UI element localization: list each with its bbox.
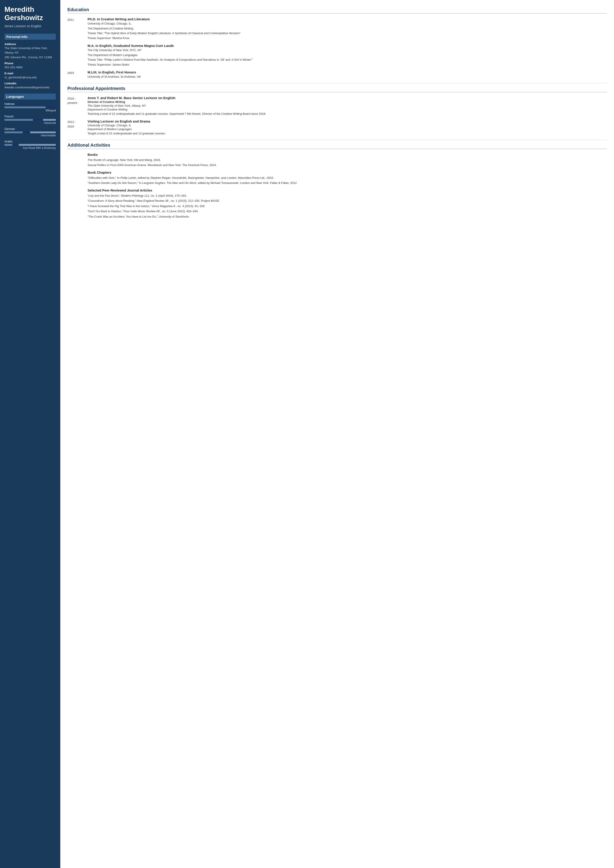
entry-line: Thesis Supervisor: James Nutini: [87, 62, 607, 67]
languages-header: Languages: [5, 93, 56, 99]
entry-title: M.Litt. in English, First Honors: [87, 70, 607, 74]
entry-title: Visiting Lecturer on English and Drama: [87, 119, 607, 123]
language-item: GermanIntermediate: [5, 127, 56, 137]
entry-year: 2012 - 2016: [67, 119, 87, 136]
entry-year: 2003: [67, 70, 87, 79]
language-item: ArabicCan Read With a Dictionary: [5, 140, 56, 150]
education-entry: 2003M.Litt. in English, First HonorsUniv…: [67, 70, 607, 79]
entry-year: 2016 - present: [67, 96, 87, 116]
book-chapters-title: Book Chapters: [87, 170, 607, 174]
language-level: Bilingual: [5, 109, 56, 112]
address-line-1: The State University of New York,: [5, 46, 56, 50]
language-bar: [5, 107, 56, 108]
linkedin-value: linkedin.com/in/meredithgershowitz: [5, 85, 56, 90]
entry-line: Teaching a total of 12 undergraduate and…: [87, 112, 607, 116]
entry-line: University of St Andrews, St Andrews, UK: [87, 74, 607, 79]
entry-line: Taught a total of 22 undergraduate and 1…: [87, 131, 607, 136]
entry-line: Thesis Title: “Philip Larkin’s Distinct …: [87, 57, 607, 62]
education-entries: 2011Ph.D. in Creative Writing and Litera…: [67, 17, 607, 79]
entry-line: Thesis Title: “The Hybrid Hero of Early …: [87, 31, 607, 36]
person-title: Senior Lecturer on English: [5, 24, 56, 29]
phone-label: Phone: [5, 62, 56, 65]
entry-line: University of Chicago, Chicago, IL: [87, 22, 607, 26]
appointments-entries: 2016 - presentAnne T. and Robert M. Bass…: [67, 96, 607, 136]
language-bar-fill: [23, 132, 30, 133]
appointment-entry: 2016 - presentAnne T. and Robert M. Bass…: [67, 96, 607, 116]
entry-title: Ph.D. in Creative Writing and Literature: [87, 17, 607, 21]
email-value: m_gershowitz@suny.edu: [5, 76, 56, 79]
activities-section-title: Additional Activities: [67, 143, 607, 149]
entry-subtitle: Director of Creative Writing: [87, 100, 607, 104]
language-bar-fill: [33, 119, 43, 121]
language-item: HebrewBilingual: [5, 102, 56, 112]
language-bar-fill: [12, 144, 19, 146]
entry-line: Thesis Supervisor: Martina Knox: [87, 36, 607, 40]
appointment-entry: 2012 - 2016Visiting Lecturer on English …: [67, 119, 607, 136]
education-entry: 2011Ph.D. in Creative Writing and Litera…: [67, 17, 607, 40]
entry-title: Anne T. and Robert M. Bass Senior Lectur…: [87, 96, 607, 100]
peer-reviewed-list: “Livy and the Pax Deum,” Modern Philolog…: [87, 194, 607, 219]
language-bar: [5, 119, 56, 121]
peer-reviewed-item: “Conundrum: A Story about Reading,” New …: [87, 198, 607, 203]
entry-line: The Department of Creative Writing: [87, 26, 607, 31]
language-item: FrenchAdvanced: [5, 115, 56, 124]
education-entry: M.A. in English, Graduated Summa Magna C…: [67, 44, 607, 67]
appointments-section-title: Professional Appointments: [67, 86, 607, 92]
entry-line: The Department of Modern Languages: [87, 53, 607, 57]
entry-title: M.A. in English, Graduated Summa Magna C…: [87, 44, 607, 48]
email-label: E-mail: [5, 72, 56, 75]
activities-content: Books The Rustle of Language. New York: …: [87, 153, 607, 219]
sidebar: Meredith Gershowitz Senior Lecturer on E…: [0, 0, 60, 868]
language-level: Intermediate: [5, 134, 56, 137]
chapter-item: "Southern Gentle Lady Do Not Swoon." In …: [87, 181, 607, 185]
peer-reviewed-title: Selected Peer-Reviewed Journal Articles: [87, 188, 607, 192]
person-name: Meredith Gershowitz: [5, 5, 56, 22]
chapter-item: "Difficulties with Girls." In Philip Lar…: [87, 176, 607, 180]
language-level: Can Read With a Dictionary: [5, 146, 56, 150]
peer-reviewed-item: “Don’t Go Back to Dalston,” Poor Indie M…: [87, 209, 607, 214]
language-name: Hebrew: [5, 102, 56, 105]
language-bar-fill: [45, 107, 56, 108]
entry-line: The City University of New York, NYC, NY: [87, 48, 607, 53]
language-level: Advanced: [5, 121, 56, 124]
main-content: Education 2011Ph.D. in Creative Writing …: [60, 0, 614, 868]
entry-line: The State University of New York, Albany…: [87, 104, 607, 107]
entry-content: Anne T. and Robert M. Bass Senior Lectur…: [87, 96, 607, 116]
address-label: Address: [5, 42, 56, 46]
phone-value: 551-251-4884: [5, 65, 56, 70]
entry-line: University of Chicago, Chicago, IL: [87, 124, 607, 127]
language-bar: [5, 144, 56, 146]
books-title: Books: [87, 153, 607, 157]
book-chapters-list: "Difficulties with Girls." In Philip Lar…: [87, 176, 607, 185]
languages-list: HebrewBilingualFrenchAdvancedGermanInter…: [5, 102, 56, 150]
linkedin-label: LinkedIn: [5, 82, 56, 85]
book-item: Sexual Politics in Post-2000 American Dr…: [87, 163, 607, 167]
entry-line: Department of Modern Languages: [87, 127, 607, 131]
education-section-title: Education: [67, 7, 607, 14]
language-name: German: [5, 127, 56, 130]
language-name: French: [5, 115, 56, 118]
address-line-2: Albany, NY: [5, 51, 56, 55]
entry-content: Ph.D. in Creative Writing and Literature…: [87, 17, 607, 40]
entry-content: Visiting Lecturer on English and DramaUn…: [87, 119, 607, 136]
language-bar: [5, 132, 56, 133]
peer-reviewed-item: “The Crash Was an Accident. You Have to …: [87, 214, 607, 219]
language-name: Arabic: [5, 140, 56, 143]
address-line-3: 295 Johnson Rd., Corona, NY 11368: [5, 55, 56, 59]
personal-info-header: Personal Info: [5, 34, 56, 40]
entry-year: [67, 44, 87, 67]
entry-line: Department of Creative Writing: [87, 108, 607, 111]
entry-content: M.A. in English, Graduated Summa Magna C…: [87, 44, 607, 67]
peer-reviewed-item: “I Have Screwed the Pig That Was in the …: [87, 204, 607, 208]
entry-year: 2011: [67, 17, 87, 40]
peer-reviewed-item: “Livy and the Pax Deum,” Modern Philolog…: [87, 194, 607, 198]
books-list: The Rustle of Language. New York: Hill a…: [87, 158, 607, 167]
entry-content: M.Litt. in English, First HonorsUniversi…: [87, 70, 607, 79]
book-item: The Rustle of Language. New York: Hill a…: [87, 158, 607, 162]
